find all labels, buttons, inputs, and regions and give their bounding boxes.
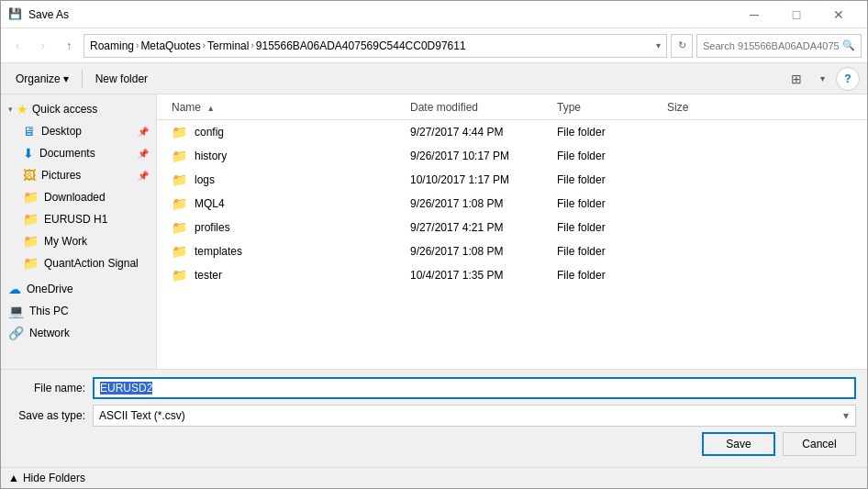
table-row[interactable]: 📁 profiles 9/27/2017 4:21 PM File folder (157, 216, 867, 239)
folder-icon: 📁 (172, 196, 187, 211)
sidebar-item-thispc[interactable]: 💻 This PC (1, 300, 156, 322)
bottom-panel: File name: Save as type: ASCII Text (*.c… (1, 369, 867, 463)
file-name-label: File name: (12, 382, 85, 395)
hide-folders-label: Hide Folders (23, 472, 85, 484)
file-name-text: tester (195, 269, 222, 282)
file-type-cell: File folder (557, 221, 667, 234)
sidebar-item-desktop[interactable]: 🖥 Desktop 📌 (1, 120, 156, 142)
sidebar-item-mywork[interactable]: 📁 My Work (1, 230, 156, 252)
table-row[interactable]: 📁 config 9/27/2017 4:44 PM File folder (157, 120, 867, 144)
sidebar-item-quantaction[interactable]: 📁 QuantAction Signal (1, 252, 156, 274)
new-folder-label: New folder (95, 72, 148, 85)
sidebar-item-thispc-label: This PC (29, 305, 69, 317)
sidebar-item-onedrive-label: OneDrive (27, 283, 73, 295)
file-name-row: File name: (12, 377, 856, 399)
name-sort-arrow: ▲ (206, 104, 215, 113)
sidebar-item-documents-label: Documents (39, 147, 95, 160)
search-input[interactable] (703, 40, 839, 51)
save-as-type-row: Save as type: ASCII Text (*.csv) (12, 405, 856, 427)
sidebar-item-documents[interactable]: ⬇ Documents 📌 (1, 142, 156, 164)
folder-icon: 📁 (172, 172, 187, 187)
help-button[interactable]: ? (836, 67, 860, 91)
col-header-size[interactable]: Size (667, 101, 740, 114)
file-name-text: templates (195, 245, 242, 258)
file-list: Name ▲ Date modified Type Size 📁 config (157, 94, 867, 369)
save-as-dialog: 💾 Save As ─ □ ✕ ‹ › ↑ Roaming › MetaQuot… (0, 0, 868, 489)
sidebar: ▾ ★ Quick access 🖥 Desktop 📌 ⬇ Documents… (1, 94, 157, 369)
up-button[interactable]: ↑ (58, 35, 80, 57)
path-dropdown-arrow: ▾ (656, 40, 661, 50)
sidebar-item-network-label: Network (29, 327, 70, 339)
col-header-date[interactable]: Date modified (410, 101, 557, 114)
sidebar-section-quick-access: ▾ ★ Quick access 🖥 Desktop 📌 ⬇ Documents… (1, 98, 156, 274)
file-date-cell: 10/10/2017 1:17 PM (410, 173, 557, 186)
folder-icon: 📁 (172, 149, 187, 163)
file-date-cell: 10/4/2017 1:35 PM (410, 269, 557, 282)
file-type-cell: File folder (557, 150, 667, 162)
minimize-button[interactable]: ─ (733, 1, 775, 28)
file-name-cell: 📁 templates (172, 244, 410, 259)
file-date-cell: 9/26/2017 10:17 PM (410, 150, 557, 162)
documents-pin-icon: 📌 (138, 149, 149, 159)
sidebar-item-desktop-label: Desktop (41, 125, 82, 138)
path-terminal: Terminal (207, 39, 249, 52)
table-row[interactable]: 📁 templates 9/26/2017 1:08 PM File folde… (157, 239, 867, 263)
thispc-computer-icon: 💻 (8, 304, 24, 318)
new-folder-button[interactable]: New folder (88, 67, 155, 91)
save-button[interactable]: Save (702, 432, 775, 456)
save-as-type-wrapper: ASCII Text (*.csv) (93, 405, 856, 427)
file-type-cell: File folder (557, 126, 667, 139)
main-content: ▾ ★ Quick access 🖥 Desktop 📌 ⬇ Documents… (1, 94, 867, 369)
sidebar-item-downloaded[interactable]: 📁 Downloaded (1, 186, 156, 208)
file-date-cell: 9/27/2017 4:44 PM (410, 126, 557, 139)
sidebar-item-network[interactable]: 🔗 Network (1, 322, 156, 344)
quick-access-chevron: ▾ (8, 105, 13, 114)
maximize-button[interactable]: □ (775, 1, 818, 28)
table-row[interactable]: 📁 MQL4 9/26/2017 1:08 PM File folder (157, 192, 867, 216)
address-path[interactable]: Roaming › MetaQuotes › Terminal › 915566… (83, 34, 667, 58)
table-row[interactable]: 📁 history 9/26/2017 10:17 PM File folder (157, 144, 867, 168)
toolbar-separator (82, 70, 83, 88)
network-icon: 🔗 (8, 326, 24, 340)
desktop-folder-icon: 🖥 (23, 124, 36, 139)
sidebar-item-pictures[interactable]: 🖼 Pictures 📌 (1, 164, 156, 186)
forward-button[interactable]: › (32, 35, 54, 57)
sidebar-item-pictures-label: Pictures (41, 169, 81, 182)
window-controls: ─ □ ✕ (733, 1, 860, 28)
file-type-cell: File folder (557, 269, 667, 282)
file-date-cell: 9/26/2017 1:08 PM (410, 197, 557, 210)
sidebar-header-quick-access[interactable]: ▾ ★ Quick access (1, 98, 156, 120)
sidebar-item-onedrive[interactable]: ☁ OneDrive (1, 278, 156, 300)
file-date-cell: 9/27/2017 4:21 PM (410, 221, 557, 234)
view-dropdown-button[interactable]: ▾ (810, 67, 834, 91)
cancel-button[interactable]: Cancel (783, 432, 856, 456)
downloaded-folder-icon: 📁 (23, 190, 39, 205)
file-name-cell: 📁 tester (172, 268, 410, 283)
table-row[interactable]: 📁 logs 10/10/2017 1:17 PM File folder (157, 168, 867, 192)
table-row[interactable]: 📁 tester 10/4/2017 1:35 PM File folder (157, 263, 867, 287)
pictures-pin-icon: 📌 (138, 171, 149, 181)
file-name-input[interactable] (93, 377, 856, 399)
path-metaquotes: MetaQuotes (140, 39, 200, 52)
search-box[interactable]: 🔍 (696, 34, 862, 58)
organize-button[interactable]: Organize ▾ (8, 67, 76, 91)
folder-icon: 📁 (172, 268, 187, 283)
toolbar: Organize ▾ New folder ⊞ ▾ ? (1, 63, 867, 94)
window-icon: 💾 (8, 7, 23, 22)
folder-icon: 📁 (172, 220, 187, 235)
sidebar-item-quantaction-label: QuantAction Signal (44, 257, 139, 270)
hide-folders-toggle[interactable]: ▲ Hide Folders (1, 467, 867, 488)
col-header-name[interactable]: Name ▲ (172, 101, 410, 114)
view-button[interactable]: ⊞ (785, 67, 808, 91)
sidebar-item-eurusd[interactable]: 📁 EURUSD H1 (1, 208, 156, 230)
file-name-cell: 📁 MQL4 (172, 196, 410, 211)
col-header-type[interactable]: Type (557, 101, 667, 114)
file-rows-container: 📁 config 9/27/2017 4:44 PM File folder 📁… (157, 120, 867, 287)
file-type-cell: File folder (557, 197, 667, 210)
close-button[interactable]: ✕ (818, 1, 860, 28)
folder-icon: 📁 (172, 125, 187, 139)
back-button[interactable]: ‹ (6, 35, 28, 57)
file-name-text: MQL4 (195, 197, 225, 210)
refresh-button[interactable]: ↻ (671, 34, 693, 58)
save-as-type-select[interactable]: ASCII Text (*.csv) (93, 405, 856, 427)
